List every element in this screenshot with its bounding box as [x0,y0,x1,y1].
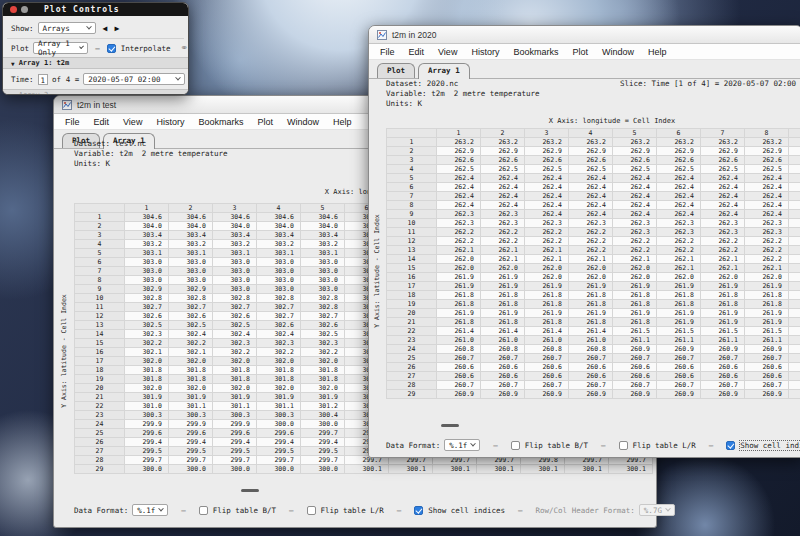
table-cell[interactable]: 262.1 [745,264,789,273]
table-cell[interactable]: 262.4 [789,174,800,183]
table-cell[interactable]: 263.2 [701,138,745,147]
table-cell[interactable]: 262.0 [569,273,613,282]
table-cell[interactable]: 301.8 [301,375,345,384]
table-cell[interactable]: 261.8 [613,300,657,309]
table-cell[interactable]: 261.9 [569,282,613,291]
table-cell[interactable]: 302.8 [213,294,257,303]
table-cell[interactable]: 261.8 [481,291,525,300]
table-cell[interactable]: 261.1 [613,336,657,345]
table-cell[interactable]: 302.3 [257,339,301,348]
table-cell[interactable]: 262.2 [613,246,657,255]
table-cell[interactable]: 301.9 [125,393,169,402]
table-cell[interactable]: 262.4 [613,192,657,201]
collapse-triangle-icon[interactable]: ▼ [11,60,15,67]
table-cell[interactable]: 303.0 [125,267,169,276]
table-cell[interactable]: 299.6 [125,429,169,438]
table-cell[interactable]: 260.6 [525,363,569,372]
table-cell[interactable]: 262.1 [657,264,701,273]
table-cell[interactable]: 262.2 [569,237,613,246]
table-cell[interactable]: 300.0 [169,465,213,474]
table-cell[interactable]: 262.0 [525,264,569,273]
table-cell[interactable]: 302.2 [169,339,213,348]
time-step-input[interactable]: 1 [38,74,49,85]
table-cell[interactable]: 260.9 [789,390,800,399]
table-cell[interactable]: 261.9 [613,309,657,318]
next-button[interactable]: ▶ [114,24,119,33]
table-cell[interactable]: 262.1 [525,255,569,264]
table-cell[interactable]: 261.9 [657,282,701,291]
table-cell[interactable]: 299.4 [125,438,169,447]
table-cell[interactable]: 261.0 [569,336,613,345]
table-cell[interactable]: 262.5 [789,165,800,174]
table-cell[interactable]: 300.1 [565,465,609,474]
table-cell[interactable]: 262.6 [745,156,789,165]
table-cell[interactable]: 262.9 [657,147,701,156]
menu-item-help[interactable]: Help [326,117,359,127]
table-cell[interactable]: 300.1 [609,465,653,474]
table-cell[interactable]: 301.8 [257,366,301,375]
table-cell[interactable]: 261.8 [437,300,481,309]
table-cell[interactable]: 262.4 [481,192,525,201]
prev-button[interactable]: ◀ [103,24,108,33]
table-cell[interactable]: 260.6 [481,363,525,372]
table-cell[interactable]: 260.7 [525,381,569,390]
table-cell[interactable]: 299.5 [257,447,301,456]
table-cell[interactable]: 299.5 [213,447,257,456]
table-cell[interactable]: 262.1 [613,255,657,264]
table-cell[interactable]: 262.3 [525,219,569,228]
table-cell[interactable]: 300.3 [169,411,213,420]
table-cell[interactable]: 302.0 [213,384,257,393]
table-cell[interactable]: 262.4 [613,183,657,192]
table-cell[interactable]: 303.2 [169,240,213,249]
table-cell[interactable]: 262.3 [437,210,481,219]
table-cell[interactable]: 262.4 [745,174,789,183]
table-cell[interactable]: 304.6 [301,213,345,222]
table-cell[interactable]: 299.7 [213,456,257,465]
table-cell[interactable]: 301.8 [213,366,257,375]
table-cell[interactable]: 303.0 [125,258,169,267]
table-cell[interactable]: 260.7 [437,381,481,390]
table-cell[interactable]: 262.1 [701,255,745,264]
table-cell[interactable]: 260.9 [657,345,701,354]
table-cell[interactable]: 261.8 [525,300,569,309]
table-cell[interactable]: 262.5 [437,165,481,174]
table-cell[interactable]: 261.5 [745,327,789,336]
table-cell[interactable]: 301.1 [257,402,301,411]
table-cell[interactable]: 260.6 [481,372,525,381]
table-cell[interactable]: 302.0 [125,384,169,393]
array-1-section-header[interactable]: ▼ Array 1: t2m [3,57,188,69]
table-cell[interactable]: 262.0 [745,273,789,282]
table-cell[interactable]: 261.9 [569,309,613,318]
table-cell[interactable]: 262.3 [745,228,789,237]
table-cell[interactable]: 262.4 [437,174,481,183]
table-cell[interactable]: 302.2 [125,339,169,348]
table-cell[interactable]: 262.2 [789,246,800,255]
table-cell[interactable]: 261.5 [657,327,701,336]
table-cell[interactable]: 262.6 [789,156,800,165]
table-cell[interactable]: 261.8 [437,291,481,300]
table-cell[interactable]: 262.4 [657,174,701,183]
table-cell[interactable]: 262.4 [569,201,613,210]
table-cell[interactable]: 262.5 [745,165,789,174]
table-cell[interactable]: 302.6 [169,312,213,321]
table-cell[interactable]: 263.2 [569,138,613,147]
table-cell[interactable]: 261.1 [657,336,701,345]
table-cell[interactable]: 262.2 [569,246,613,255]
table-cell[interactable]: 262.9 [569,147,613,156]
table-cell[interactable]: 262.4 [657,192,701,201]
table-cell[interactable]: 262.4 [701,192,745,201]
table-cell[interactable]: 260.7 [481,381,525,390]
table-cell[interactable]: 262.4 [569,183,613,192]
table-cell[interactable]: 261.4 [437,327,481,336]
table-cell[interactable]: 262.2 [701,237,745,246]
table-cell[interactable]: 302.8 [301,303,345,312]
table-cell[interactable]: 262.4 [657,201,701,210]
table-cell[interactable]: 303.1 [257,249,301,258]
table-cell[interactable]: 301.1 [169,402,213,411]
table-cell[interactable]: 262.4 [525,201,569,210]
table-cell[interactable]: 303.4 [169,231,213,240]
table-cell[interactable]: 304.0 [125,222,169,231]
table-cell[interactable]: 262.2 [657,237,701,246]
table-cell[interactable]: 262.4 [789,201,800,210]
table-cell[interactable]: 262.0 [701,273,745,282]
